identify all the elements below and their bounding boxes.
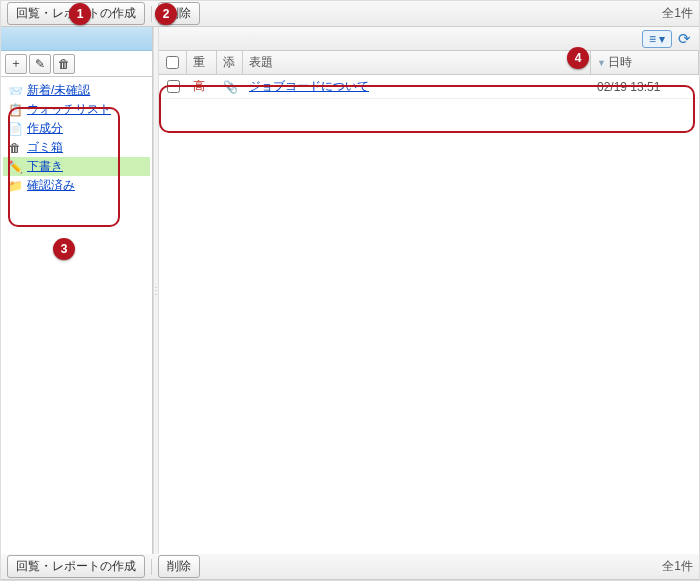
row-subject-link[interactable]: ジョブコードについて <box>249 78 369 95</box>
col-subject[interactable]: 表題 <box>243 51 591 74</box>
sidebar-item-label[interactable]: 下書き <box>27 158 63 175</box>
row-subject: ジョブコードについて <box>243 78 591 95</box>
sidebar-header <box>1 27 152 51</box>
sidebar-item[interactable]: ✏️下書き <box>3 157 150 176</box>
table-row[interactable]: 高📎ジョブコードについて02/19 13:51 <box>159 75 699 99</box>
toolbar-divider <box>151 6 152 22</box>
bottom-toolbar: 回覧・レポートの作成 削除 全1件 <box>1 554 699 580</box>
col-priority[interactable]: 重 <box>187 51 217 74</box>
callout-2: 2 <box>155 3 177 25</box>
col-checkbox[interactable] <box>159 51 187 74</box>
paperclip-icon: 📎 <box>223 80 238 94</box>
sidebar-item[interactable]: 📨新着/未確認 <box>3 81 150 100</box>
row-priority: 高 <box>187 78 217 95</box>
folder-icon: 📁 <box>7 179 23 193</box>
top-toolbar: 回覧・レポートの作成 削除 全1件 <box>1 1 699 27</box>
list-icon: ≡ <box>649 32 656 46</box>
sidebar-toolbar: ＋ ✎ 🗑 <box>1 51 152 77</box>
refresh-button[interactable]: ⟳ <box>676 30 693 48</box>
trash-icon: 🗑 <box>58 57 70 71</box>
total-count-bottom: 全1件 <box>662 558 693 575</box>
callout-4: 4 <box>567 47 589 69</box>
row-datetime: 02/19 13:51 <box>591 80 699 94</box>
col-attachment[interactable]: 添 <box>217 51 243 74</box>
total-count: 全1件 <box>662 5 693 22</box>
app-shell: 1 2 3 4 回覧・レポートの作成 削除 全1件 ＋ ✎ 🗑 📨新着/未確認📋… <box>0 0 700 581</box>
sidebar-item-label[interactable]: 新着/未確認 <box>27 82 90 99</box>
add-folder-button[interactable]: ＋ <box>5 54 27 74</box>
delete-folder-button[interactable]: 🗑 <box>53 54 75 74</box>
row-checkbox-cell <box>159 80 187 93</box>
sort-indicator-icon: ▼ <box>597 58 606 68</box>
folder-icon: 🗑 <box>7 141 23 155</box>
callout-1: 1 <box>69 3 91 25</box>
row-attachment: 📎 <box>217 80 243 94</box>
sidebar-item[interactable]: 📋ウォッチリスト <box>3 100 150 119</box>
column-headers: 重 添 表題 ▼日時 <box>159 51 699 75</box>
sidebar-item[interactable]: 📄作成分 <box>3 119 150 138</box>
sidebar: ＋ ✎ 🗑 📨新着/未確認📋ウォッチリスト📄作成分🗑ゴミ箱✏️下書き📁確認済み <box>1 27 153 554</box>
col-datetime-label: 日時 <box>608 54 632 71</box>
folder-icon: 📨 <box>7 84 23 98</box>
sidebar-item[interactable]: 🗑ゴミ箱 <box>3 138 150 157</box>
create-report-button-bottom[interactable]: 回覧・レポートの作成 <box>7 555 145 578</box>
folder-icon: ✏️ <box>7 160 23 174</box>
row-checkbox[interactable] <box>167 80 180 93</box>
sidebar-item-label[interactable]: ゴミ箱 <box>27 139 63 156</box>
toolbar-divider-bottom <box>151 559 152 575</box>
folder-list: 📨新着/未確認📋ウォッチリスト📄作成分🗑ゴミ箱✏️下書き📁確認済み <box>1 77 152 554</box>
row-list: 高📎ジョブコードについて02/19 13:51 <box>159 75 699 554</box>
folder-icon: 📋 <box>7 103 23 117</box>
chevron-down-icon: ▾ <box>659 32 665 46</box>
list-header-bar: ≡ ▾ ⟳ <box>159 27 699 51</box>
sidebar-item[interactable]: 📁確認済み <box>3 176 150 195</box>
edit-folder-button[interactable]: ✎ <box>29 54 51 74</box>
sidebar-item-label[interactable]: ウォッチリスト <box>27 101 111 118</box>
col-datetime[interactable]: ▼日時 <box>591 51 699 74</box>
callout-3: 3 <box>53 238 75 260</box>
main-panel: ≡ ▾ ⟳ 重 添 表題 ▼日時 高📎ジョブコードについて02/19 13:51 <box>159 27 699 554</box>
folder-icon: 📄 <box>7 122 23 136</box>
view-menu-button[interactable]: ≡ ▾ <box>642 30 672 48</box>
sidebar-item-label[interactable]: 作成分 <box>27 120 63 137</box>
sidebar-item-label[interactable]: 確認済み <box>27 177 75 194</box>
plus-icon: ＋ <box>10 55 22 72</box>
content-body: ＋ ✎ 🗑 📨新着/未確認📋ウォッチリスト📄作成分🗑ゴミ箱✏️下書き📁確認済み … <box>1 27 699 554</box>
select-all-checkbox[interactable] <box>166 56 179 69</box>
pencil-icon: ✎ <box>35 57 45 71</box>
delete-button-bottom[interactable]: 削除 <box>158 555 200 578</box>
